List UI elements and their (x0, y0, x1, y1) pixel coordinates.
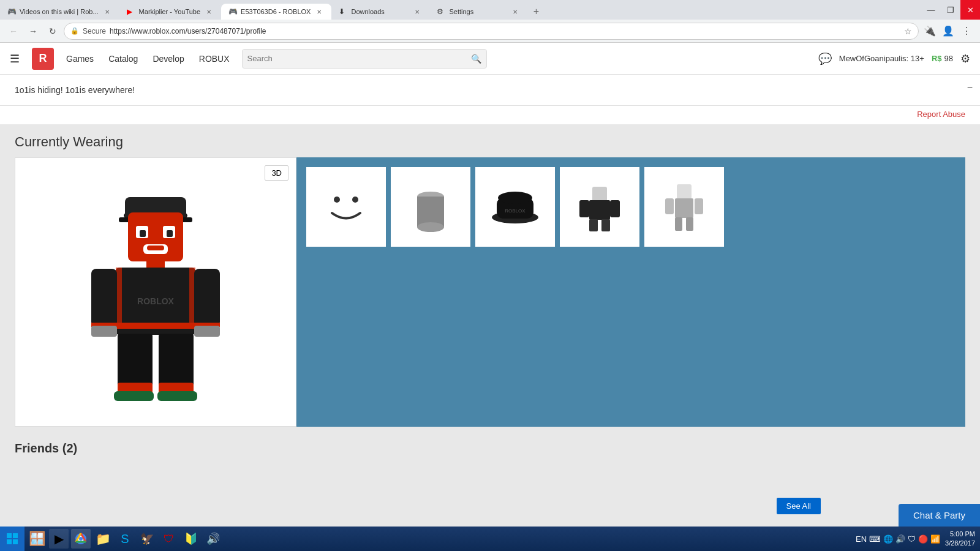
start-button[interactable] (0, 527, 24, 551)
battery-icon: 📶 (930, 534, 940, 544)
tab-2[interactable]: ▶ Markiplier - YouTube ✕ (119, 4, 221, 20)
tab-2-close[interactable]: ✕ (204, 7, 214, 17)
see-all-button[interactable]: See All (777, 498, 821, 514)
svg-rect-54 (7, 533, 12, 538)
bio-collapse-icon[interactable]: − (967, 82, 973, 93)
currently-wearing-section: Currently Wearing 3D (0, 124, 980, 437)
user-profile-icon[interactable]: 👤 (940, 25, 957, 37)
nav-robux[interactable]: ROBUX (199, 54, 230, 64)
tab-4[interactable]: ⬇ Downloads ✕ (331, 4, 429, 20)
time-text: 5:00 PM (945, 530, 975, 539)
back-button[interactable]: ← (5, 23, 22, 40)
taskbar-app5-icon[interactable]: 🦅 (137, 529, 157, 549)
chrome-menu-icon[interactable]: ⋮ (958, 25, 975, 37)
main-nav-links: Games Catalog Develop ROBUX (66, 54, 230, 64)
nav-develop[interactable]: Develop (153, 54, 184, 64)
tab-3-favicon: 🎮 (228, 7, 237, 16)
wearing-container: 3D (15, 157, 965, 427)
bio-text: 1o1is hiding! 1o1is everywhere! (15, 85, 135, 95)
svg-text:ROBLOX: ROBLOX (137, 296, 175, 306)
tab-5-favicon: ⚙ (437, 7, 445, 16)
extensions-icon[interactable]: 🔌 (921, 25, 938, 37)
item-hat-image: ROBLOX (484, 176, 546, 238)
taskbar-volume-icon[interactable]: 🔊 (203, 529, 223, 549)
taskbar-windows-icon[interactable]: 🪟 (27, 529, 47, 549)
ssl-lock-icon: 🔒 (70, 27, 79, 35)
item-card-figure[interactable] (644, 167, 724, 247)
header-right-section: 💬 MewOfGoanipaulis: 13+ R$ 98 ⚙ (818, 52, 970, 66)
chat-messages-icon[interactable]: 💬 (818, 52, 832, 66)
page-content: 1o1is hiding! 1o1is everywhere! − Report… (0, 75, 980, 551)
restore-button[interactable]: ❐ (941, 0, 960, 20)
tab-5[interactable]: ⚙ Settings ✕ (429, 4, 527, 20)
volume-tray-icon[interactable]: 🔊 (895, 534, 905, 544)
robux-amount: 98 (944, 54, 953, 63)
item-card-hat[interactable]: ROBLOX (475, 167, 555, 247)
svg-rect-55 (13, 533, 18, 538)
svg-rect-28 (318, 179, 374, 234)
username-label[interactable]: MewOfGoanipaulis: 13+ (839, 54, 924, 63)
svg-rect-51 (695, 198, 703, 214)
svg-rect-52 (675, 217, 682, 231)
svg-rect-48 (677, 184, 692, 199)
close-window-button[interactable]: ✕ (960, 0, 980, 20)
search-input[interactable] (247, 54, 467, 63)
minimize-button[interactable]: — (921, 0, 941, 20)
tab-1-close[interactable]: ✕ (102, 7, 112, 17)
nav-catalog[interactable]: Catalog (108, 54, 138, 64)
svg-rect-44 (610, 200, 620, 217)
settings-gear-icon[interactable]: ⚙ (960, 52, 970, 66)
tab-3[interactable]: 🎮 E53T063D6 - ROBLOX ✕ (221, 4, 331, 20)
av-tray-icon[interactable]: 🔴 (918, 534, 928, 544)
item-card-shirt[interactable] (560, 167, 639, 247)
svg-rect-21 (194, 326, 220, 337)
nav-games[interactable]: Games (66, 54, 94, 64)
svg-rect-27 (157, 391, 197, 401)
item-face-image (315, 176, 377, 238)
keyboard-icon[interactable]: ⌨ (869, 534, 881, 544)
report-abuse-link[interactable]: Report Abuse (917, 110, 965, 119)
taskbar-pinned-icons: 🪟 ▶ 📁 S 🦅 🛡 🔰 🔊 (24, 529, 225, 549)
clock-display[interactable]: 5:00 PM 3/28/2017 (945, 530, 975, 549)
svg-point-30 (352, 197, 358, 203)
svg-rect-20 (91, 326, 117, 337)
roblox-logo[interactable]: R (32, 48, 54, 70)
3d-view-button[interactable]: 3D (265, 165, 288, 181)
browser-nav-bar: ← → ↻ 🔒 Secure https://www.roblox.com/us… (0, 20, 980, 43)
taskbar-antivirus-icon[interactable]: 🛡 (159, 529, 179, 549)
svg-rect-43 (579, 200, 589, 217)
taskbar-media-icon[interactable]: ▶ (49, 529, 69, 549)
svg-rect-7 (167, 230, 173, 237)
hamburger-menu-icon[interactable]: ☰ (10, 52, 20, 66)
svg-point-38 (498, 192, 532, 204)
nav-right-actions: 🔌 👤 ⋮ (921, 25, 975, 37)
taskbar-chrome-icon[interactable] (71, 529, 91, 549)
taskbar-shield-icon[interactable]: 🔰 (181, 529, 201, 549)
taskbar-files-icon[interactable]: 📁 (93, 529, 113, 549)
taskbar-skype-icon[interactable]: S (115, 529, 135, 549)
url-text: https://www.roblox.com/users/270487071/p… (110, 27, 900, 36)
tab-4-close[interactable]: ✕ (412, 7, 422, 17)
svg-rect-49 (675, 198, 693, 218)
windows-defender-icon[interactable]: 🛡 (908, 534, 916, 544)
new-tab-button[interactable]: + (527, 4, 545, 20)
friends-section: Friends (2) (0, 441, 980, 455)
tab-5-close[interactable]: ✕ (510, 7, 520, 17)
bookmark-icon[interactable]: ☆ (904, 26, 912, 36)
item-card-face[interactable] (306, 167, 386, 247)
refresh-button[interactable]: ↻ (44, 23, 61, 40)
tab-1[interactable]: 🎮 Videos on this wiki | Rob... ✕ (0, 4, 119, 20)
item-torso-image (400, 176, 461, 238)
search-bar[interactable]: 🔍 (242, 49, 487, 69)
item-card-torso[interactable] (391, 167, 470, 247)
robux-icon: R$ (932, 54, 942, 63)
robux-balance[interactable]: R$ 98 (932, 54, 953, 63)
secure-label: Secure (83, 27, 106, 36)
roblox-header: ☰ R Games Catalog Develop ROBUX 🔍 💬 MewO… (0, 43, 980, 75)
chat-party-button[interactable]: Chat & Party (899, 504, 980, 527)
search-button[interactable]: 🔍 (471, 54, 481, 64)
forward-button[interactable]: → (24, 23, 42, 40)
address-bar[interactable]: 🔒 Secure https://www.roblox.com/users/27… (64, 23, 919, 40)
tab-3-close[interactable]: ✕ (314, 7, 324, 17)
network-icon[interactable]: 🌐 (883, 534, 893, 544)
